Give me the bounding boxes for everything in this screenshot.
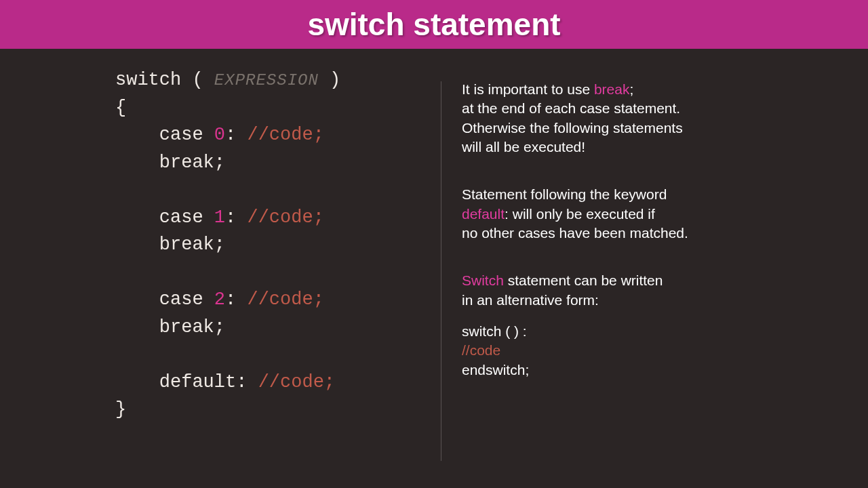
header-bar: switch statement xyxy=(0,0,868,49)
text: It is important to use xyxy=(462,81,594,97)
alt-line-1: switch ( ) : xyxy=(462,323,527,339)
indent xyxy=(115,125,159,145)
colon: : xyxy=(225,125,247,145)
case-value-1: 1 xyxy=(214,207,225,228)
indent xyxy=(115,152,159,173)
info-paragraph-2: Statement following the keyword default:… xyxy=(462,185,814,243)
text: no other cases have been matched. xyxy=(462,225,688,241)
expression-placeholder: EXPRESSION xyxy=(214,71,319,89)
code-pane: switch ( EXPRESSION ) { case 0: //code; … xyxy=(115,62,434,488)
brace-open: { xyxy=(115,98,126,118)
info-pane: It is important to use break; at the end… xyxy=(462,62,834,488)
default-comment: //code; xyxy=(258,372,335,392)
text: Statement following the keyword xyxy=(462,186,667,202)
indent xyxy=(115,207,159,228)
alt-form-block: switch ( ) : //code endswitch; xyxy=(462,322,814,380)
colon: : xyxy=(236,372,258,392)
keyword-break: break; xyxy=(159,235,225,255)
text: in an alternative form: xyxy=(462,292,599,308)
case-comment-2: //code; xyxy=(247,289,323,310)
keyword-default: default xyxy=(159,372,236,392)
keyword-break: break; xyxy=(159,317,225,338)
indent xyxy=(115,235,159,255)
case-comment-1: //code; xyxy=(247,207,323,228)
keyword-case: case xyxy=(159,207,203,228)
highlight-default: default xyxy=(462,206,505,222)
page-title: switch statement xyxy=(307,6,560,43)
info-paragraph-3: Switch statement can be written in an al… xyxy=(462,271,814,380)
paren-close: ) xyxy=(319,70,340,90)
content-area: switch ( EXPRESSION ) { case 0: //code; … xyxy=(0,49,868,488)
text: statement can be written xyxy=(504,272,663,288)
case-value-0: 0 xyxy=(214,125,225,145)
keyword-case: case xyxy=(159,125,203,145)
text: at the end of each case statement. xyxy=(462,100,680,116)
text: Otherwise the following statements xyxy=(462,120,683,136)
indent xyxy=(115,317,159,338)
code-block: switch ( EXPRESSION ) { case 0: //code; … xyxy=(115,66,434,424)
text: : will only be executed if xyxy=(505,206,655,222)
case-comment-0: //code; xyxy=(247,125,323,145)
keyword-break: break; xyxy=(159,152,225,173)
case-value-2: 2 xyxy=(214,289,225,310)
paren-open: ( xyxy=(181,70,214,90)
alt-line-3: endswitch; xyxy=(462,362,529,378)
info-paragraph-1: It is important to use break; at the end… xyxy=(462,80,814,157)
text: ; xyxy=(629,81,633,97)
highlight-break: break xyxy=(594,81,630,97)
alt-line-2: //code xyxy=(462,342,500,358)
text: will all be executed! xyxy=(462,139,585,155)
keyword-case: case xyxy=(159,289,203,310)
indent xyxy=(115,289,159,310)
indent xyxy=(115,372,159,392)
colon: : xyxy=(225,289,247,310)
keyword-switch: switch xyxy=(115,70,181,90)
brace-close: } xyxy=(115,399,126,420)
colon: : xyxy=(225,207,247,228)
highlight-switch: Switch xyxy=(462,272,504,288)
vertical-divider xyxy=(441,81,441,461)
